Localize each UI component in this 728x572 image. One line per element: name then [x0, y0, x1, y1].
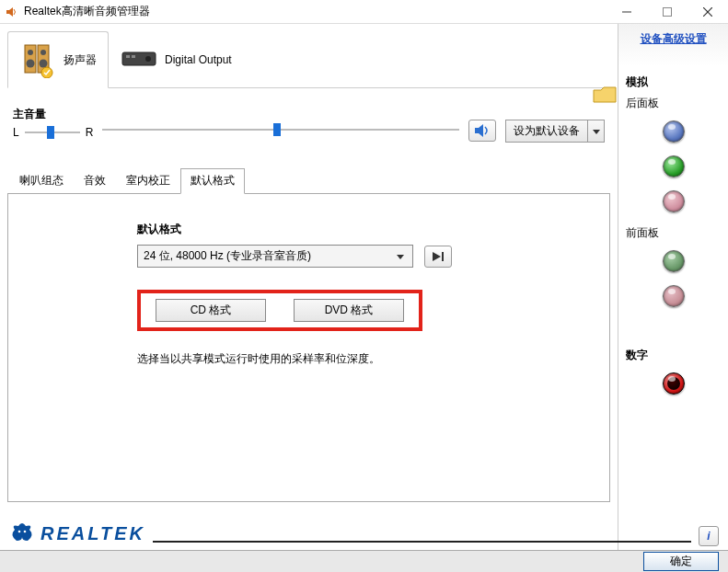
- format-selected-value: 24 位, 48000 Hz (专业录音室音质): [144, 248, 311, 264]
- tab-speaker-config[interactable]: 喇叭组态: [9, 168, 74, 193]
- svg-rect-20: [442, 252, 444, 261]
- svg-marker-16: [475, 124, 483, 137]
- front-jack-pink[interactable]: [663, 285, 685, 307]
- speakers-icon: [19, 41, 56, 78]
- tab-label: 喇叭组态: [19, 174, 64, 187]
- close-button[interactable]: [688, 0, 728, 24]
- rear-jack-blue[interactable]: [663, 120, 685, 143]
- svg-point-22: [24, 531, 27, 533]
- svg-point-6: [28, 50, 33, 55]
- format-title: 默认格式: [137, 222, 554, 237]
- advanced-settings-link[interactable]: 设备高级设置: [626, 31, 721, 47]
- dvd-format-button[interactable]: DVD 格式: [294, 299, 404, 322]
- brand-text: REALTEK: [40, 523, 145, 544]
- balance-right-label: R: [86, 126, 94, 139]
- title-bar: Realtek高清晰音频管理器: [0, 0, 728, 24]
- svg-point-9: [40, 50, 46, 55]
- dialog-button-bar: 确定: [0, 550, 728, 572]
- info-icon: i: [707, 530, 710, 543]
- volume-label: 主音量: [13, 107, 93, 122]
- svg-rect-14: [132, 55, 135, 58]
- button-label: DVD 格式: [325, 303, 374, 316]
- connector-panel: 设备高级设置 模拟 后面板 前面板 数字: [618, 24, 728, 554]
- button-label: 确定: [670, 555, 692, 567]
- format-select[interactable]: 24 位, 48000 Hz (专业录音室音质): [137, 245, 413, 268]
- digital-output-icon: [121, 41, 157, 78]
- button-label: CD 格式: [191, 303, 232, 316]
- rear-jack-green[interactable]: [663, 155, 685, 177]
- device-tabs: 扬声器 Digital Output: [7, 31, 610, 88]
- set-default-dropdown[interactable]: 设为默认设备: [505, 120, 605, 143]
- play-test-button[interactable]: [424, 246, 452, 268]
- svg-rect-5: [25, 45, 36, 73]
- digital-jack-spdif[interactable]: [663, 372, 685, 395]
- front-jack-green[interactable]: [663, 250, 685, 272]
- minimize-button[interactable]: [607, 0, 647, 24]
- chevron-down-icon: [588, 120, 605, 143]
- rear-jack-pink[interactable]: [663, 190, 685, 212]
- front-panel-label: 前面板: [626, 225, 721, 241]
- folder-icon[interactable]: [592, 85, 618, 105]
- mute-button[interactable]: [468, 120, 496, 142]
- format-presets-highlight: CD 格式 DVD 格式: [137, 290, 422, 331]
- tab-label: 默认格式: [191, 174, 235, 187]
- tab-panel-default-format: 默认格式 24 位, 48000 Hz (专业录音室音质) CD 格式 DVD …: [7, 194, 610, 502]
- tab-default-format[interactable]: 默认格式: [180, 168, 245, 194]
- master-volume-row: 主音量 L R 设为默认设备: [7, 107, 610, 143]
- analog-section-label: 模拟: [626, 74, 721, 90]
- realtek-logo: REALTEK: [9, 521, 145, 546]
- svg-point-7: [27, 60, 35, 68]
- svg-marker-18: [397, 255, 404, 259]
- svg-point-10: [40, 60, 48, 68]
- rear-panel-label: 后面板: [626, 96, 721, 111]
- chevron-down-icon: [394, 253, 407, 260]
- svg-point-21: [18, 531, 21, 533]
- brand-row: REALTEK i: [9, 521, 719, 546]
- tab-label: 音效: [84, 174, 106, 187]
- cd-format-button[interactable]: CD 格式: [156, 299, 266, 322]
- volume-slider[interactable]: [102, 123, 459, 136]
- tab-room-correction[interactable]: 室内校正: [116, 168, 180, 193]
- device-tab-label: Digital Output: [165, 53, 232, 66]
- svg-marker-19: [433, 252, 441, 261]
- format-description: 选择当以共享模式运行时使用的采样率和位深度。: [137, 351, 554, 367]
- svg-marker-17: [593, 130, 600, 134]
- balance-slider[interactable]: [25, 126, 80, 139]
- device-tab-speakers[interactable]: 扬声器: [7, 31, 109, 88]
- svg-rect-13: [126, 55, 130, 58]
- brand-divider: [153, 541, 691, 543]
- ok-button[interactable]: 确定: [643, 552, 719, 571]
- device-tab-digital[interactable]: Digital Output: [109, 31, 244, 87]
- info-button[interactable]: i: [699, 526, 719, 546]
- svg-marker-0: [6, 7, 13, 17]
- set-default-label: 设为默认设备: [505, 120, 588, 143]
- svg-rect-2: [664, 7, 672, 16]
- window-title: Realtek高清晰音频管理器: [24, 4, 150, 19]
- maximize-button[interactable]: [647, 0, 688, 24]
- tab-label: 室内校正: [126, 174, 170, 187]
- digital-section-label: 数字: [626, 348, 721, 363]
- balance-left-label: L: [13, 126, 19, 139]
- tab-sound-effects[interactable]: 音效: [74, 168, 116, 193]
- app-icon: [6, 6, 18, 18]
- device-tab-label: 扬声器: [64, 52, 97, 68]
- svg-point-15: [145, 56, 151, 62]
- settings-tabs: 喇叭组态 音效 室内校正 默认格式: [7, 168, 610, 194]
- window-controls: [607, 0, 728, 24]
